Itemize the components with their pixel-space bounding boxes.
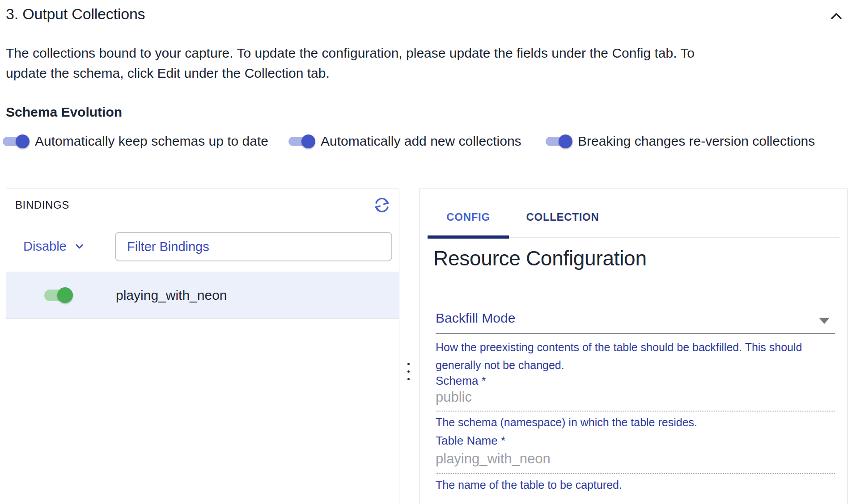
arrow-drop-down-icon[interactable] xyxy=(819,318,830,324)
backfill-select-underline xyxy=(436,333,835,334)
binding-row-playing-with-neon[interactable]: playing_with_neon xyxy=(6,272,399,319)
binding-enabled-switch-icon[interactable] xyxy=(44,287,73,303)
section-title: 3. Output Collections xyxy=(6,5,145,23)
schema-field-underline xyxy=(436,411,835,412)
panel-resize-handle[interactable] xyxy=(404,363,413,380)
switch-on-icon[interactable] xyxy=(3,134,30,148)
schema-evolution-toggles: Automatically keep schemas up to date Au… xyxy=(0,133,856,150)
details-tabs: CONFIG COLLECTION xyxy=(428,189,839,239)
toggle-label: Automatically keep schemas up to date xyxy=(35,134,268,149)
toggle-breaking-changes-reversion[interactable]: Breaking changes re-version collections xyxy=(546,133,815,150)
disable-dropdown-button[interactable]: Disable xyxy=(23,239,85,254)
toggle-add-new-collections[interactable]: Automatically add new collections xyxy=(288,133,521,150)
resource-configuration-heading: Resource Configuration xyxy=(433,246,647,270)
refresh-bindings-button[interactable] xyxy=(371,194,393,216)
output-collections-section: 3. Output Collections The collections bo… xyxy=(0,0,856,504)
active-tab-indicator xyxy=(428,235,509,239)
toggle-label: Automatically add new collections xyxy=(321,134,521,149)
backfill-mode-label: Backfill Mode xyxy=(436,311,515,326)
bindings-controls: Disable xyxy=(6,221,399,272)
table-name-field-label: Table Name * xyxy=(436,434,505,448)
drag-handle-dots-icon xyxy=(407,363,410,365)
switch-on-icon[interactable] xyxy=(288,134,315,148)
toggle-keep-schemas-up-to-date[interactable]: Automatically keep schemas up to date xyxy=(3,133,268,150)
table-name-field-underline xyxy=(436,473,835,474)
tab-collection[interactable]: COLLECTION xyxy=(509,198,616,236)
refresh-icon xyxy=(372,195,392,215)
bindings-panel: BINDINGS Disable playing_with_neo xyxy=(6,189,399,504)
bindings-title: BINDINGS xyxy=(15,199,69,211)
schema-helper-text: The schema (namespace) in which the tabl… xyxy=(436,416,837,429)
filter-bindings-input[interactable] xyxy=(115,232,392,261)
binding-details-panel: CONFIG COLLECTION Resource Configuration… xyxy=(419,189,848,504)
binding-name: playing_with_neon xyxy=(116,272,227,319)
bindings-header: BINDINGS xyxy=(6,189,399,221)
toggle-label: Breaking changes re-version collections xyxy=(578,134,815,149)
table-name-field-value[interactable]: playing_with_neon xyxy=(436,451,835,467)
drag-handle-dots-icon xyxy=(407,370,410,373)
table-name-helper-text: The name of the table to be captured. xyxy=(436,479,837,491)
backfill-helper-text: How the preexisting contents of the tabl… xyxy=(436,338,837,374)
chevron-down-icon xyxy=(73,240,85,252)
switch-on-icon[interactable] xyxy=(546,134,572,148)
schema-field-label: Schema * xyxy=(436,374,486,388)
disable-dropdown-label: Disable xyxy=(23,239,67,254)
tab-config[interactable]: CONFIG xyxy=(428,198,509,236)
chevron-up-icon xyxy=(827,7,845,25)
schema-evolution-heading: Schema Evolution xyxy=(6,105,122,120)
drag-handle-dots-icon xyxy=(407,378,410,380)
section-description: The collections bound to your capture. T… xyxy=(6,43,697,83)
schema-field-value[interactable]: public xyxy=(436,389,835,405)
collapse-section-button[interactable] xyxy=(825,4,848,28)
